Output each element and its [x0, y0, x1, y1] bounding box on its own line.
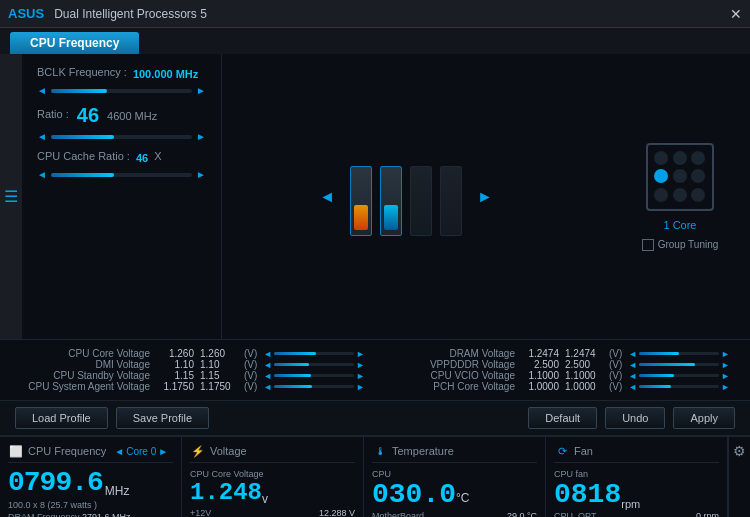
right-buttons: Default Undo Apply [528, 407, 735, 429]
v-reading-0: +12V12.288 V [190, 508, 355, 517]
core-dot-1 [654, 151, 668, 165]
ram-stick-1[interactable]: 46 [350, 166, 372, 236]
v-label-r-3: PCH Core Voltage [385, 381, 515, 392]
cpu-freq-value-row: 0799.6MHz [8, 467, 173, 498]
v-track-r-0[interactable] [639, 352, 719, 355]
group-tuning-checkbox[interactable] [642, 239, 654, 251]
bclk-slider[interactable]: ◄ ► [37, 85, 206, 96]
settings-icon[interactable]: ⚙ [733, 443, 746, 459]
v-val2-r-3: 1.0000 [565, 381, 603, 392]
v-val1-l-1: 1.10 [156, 359, 194, 370]
ratio-track[interactable] [51, 135, 192, 139]
bclk-left-arrow[interactable]: ◄ [37, 85, 47, 96]
v-slider-l-1[interactable]: ◄ ► [263, 360, 365, 370]
core-dot-8 [673, 188, 687, 202]
v-slider-r-2[interactable]: ◄ ► [628, 371, 730, 381]
v-track-r-3[interactable] [639, 385, 719, 388]
v-left-arrow-r-0[interactable]: ◄ [628, 349, 637, 359]
v-track-l-1[interactable] [274, 363, 354, 366]
cpu-freq-nav[interactable]: ◄ Core 0 ► [114, 446, 168, 457]
app-title: Dual Intelligent Processors 5 [54, 7, 730, 21]
v-right-arrow-l-1[interactable]: ► [356, 360, 365, 370]
ratio-row: Ratio : 46 4600 MHz [37, 104, 206, 127]
ratio-section: Ratio : 46 4600 MHz ◄ ► [37, 104, 206, 142]
app-logo: ASUS [8, 6, 44, 21]
core-dot-5 [673, 169, 687, 183]
temperature-panel: 🌡 Temperature CPU 030.0°C MotherBoard29.… [364, 437, 546, 517]
v-track-l-0[interactable] [274, 352, 354, 355]
v-slider-l-2[interactable]: ◄ ► [263, 371, 365, 381]
voltage-icon: ⚡ [190, 443, 206, 459]
v-slider-l-3[interactable]: ◄ ► [263, 382, 365, 392]
v-right-arrow-l-3[interactable]: ► [356, 382, 365, 392]
ram-stick-4[interactable] [440, 166, 462, 236]
v-right-arrow-r-2[interactable]: ► [721, 371, 730, 381]
v-left-arrow-l-0[interactable]: ◄ [263, 349, 272, 359]
v-track-r-2[interactable] [639, 374, 719, 377]
v-track-l-2[interactable] [274, 374, 354, 377]
ratio-right-arrow[interactable]: ► [196, 131, 206, 142]
cache-slider[interactable]: ◄ ► [37, 169, 206, 180]
v-right-arrow-l-0[interactable]: ► [356, 349, 365, 359]
v-val2-l-2: 1.15 [200, 370, 238, 381]
v-label-r-2: CPU VCIO Voltage [385, 370, 515, 381]
fan-big-value: 0818 [554, 479, 621, 510]
v-label-l-2: CPU Standby Voltage [20, 370, 150, 381]
cpu-freq-panel: ⬜ CPU Frequency ◄ Core 0 ► 0799.6MHz 100… [0, 437, 182, 517]
v-left-arrow-l-3[interactable]: ◄ [263, 382, 272, 392]
voltage-header: ⚡ Voltage [190, 443, 355, 463]
fan-cpu-label: CPU fan [554, 469, 588, 479]
v-slider-l-0[interactable]: ◄ ► [263, 349, 365, 359]
voltage-readings: +12V12.288 V+5V5.040 V+3.3V3.392 VCPU Sy… [190, 508, 355, 517]
v-track-l-3[interactable] [274, 385, 354, 388]
v-right-arrow-l-2[interactable]: ► [356, 371, 365, 381]
cache-value: 46 [136, 152, 148, 164]
cpu-freq-title: CPU Frequency [28, 445, 106, 457]
undo-button[interactable]: Undo [605, 407, 665, 429]
cache-right-arrow[interactable]: ► [196, 169, 206, 180]
bclk-track[interactable] [51, 89, 192, 93]
bclk-right-arrow[interactable]: ► [196, 85, 206, 96]
default-button[interactable]: Default [528, 407, 597, 429]
voltage-title: Voltage [210, 445, 247, 457]
v-track-r-1[interactable] [639, 363, 719, 366]
v-right-arrow-r-0[interactable]: ► [721, 349, 730, 359]
button-bar: Load Profile Save Profile Default Undo A… [0, 400, 750, 436]
cache-track[interactable] [51, 173, 192, 177]
close-button[interactable]: ✕ [730, 6, 742, 22]
ram-stick-3[interactable]: 46 [410, 166, 432, 236]
ram-stick-2[interactable]: 46 [380, 166, 402, 236]
ratio-slider[interactable]: ◄ ► [37, 131, 206, 142]
voltage-left-row-2: CPU Standby Voltage 1.15 1.15 (V) ◄ ► [20, 370, 365, 381]
v-left-arrow-r-2[interactable]: ◄ [628, 371, 637, 381]
v-label-l-3: CPU System Agent Voltage [20, 381, 150, 392]
temp-label-row: CPU [372, 467, 537, 479]
ram-left-arrow[interactable]: ◄ [319, 188, 335, 206]
v-val1-l-0: 1.260 [156, 348, 194, 359]
apply-button[interactable]: Apply [673, 407, 735, 429]
v-left-arrow-r-1[interactable]: ◄ [628, 360, 637, 370]
v-right-arrow-r-1[interactable]: ► [721, 360, 730, 370]
ratio-left-arrow[interactable]: ◄ [37, 131, 47, 142]
temp-unit: °C [456, 491, 469, 505]
v-slider-r-0[interactable]: ◄ ► [628, 349, 730, 359]
v-fill-r-0 [639, 352, 679, 355]
fan-title: Fan [574, 445, 593, 457]
ratio-fill [51, 135, 115, 139]
v-val1-l-2: 1.15 [156, 370, 194, 381]
cache-left-arrow[interactable]: ◄ [37, 169, 47, 180]
v-slider-r-1[interactable]: ◄ ► [628, 360, 730, 370]
load-profile-button[interactable]: Load Profile [15, 407, 108, 429]
v-left-arrow-r-3[interactable]: ◄ [628, 382, 637, 392]
ram-right-arrow[interactable]: ► [477, 188, 493, 206]
v-left-arrow-l-2[interactable]: ◄ [263, 371, 272, 381]
voltage-left-row-0: CPU Core Voltage 1.260 1.260 (V) ◄ ► [20, 348, 365, 359]
settings-icon-panel[interactable]: ⚙ [728, 437, 750, 517]
cpu-freq-big-value: 0799.6 [8, 467, 103, 498]
tab-cpu-frequency[interactable]: CPU Frequency [10, 32, 139, 54]
save-profile-button[interactable]: Save Profile [116, 407, 209, 429]
sidebar-toggle[interactable]: ☰ [0, 54, 22, 339]
v-left-arrow-l-1[interactable]: ◄ [263, 360, 272, 370]
v-right-arrow-r-3[interactable]: ► [721, 382, 730, 392]
v-slider-r-3[interactable]: ◄ ► [628, 382, 730, 392]
